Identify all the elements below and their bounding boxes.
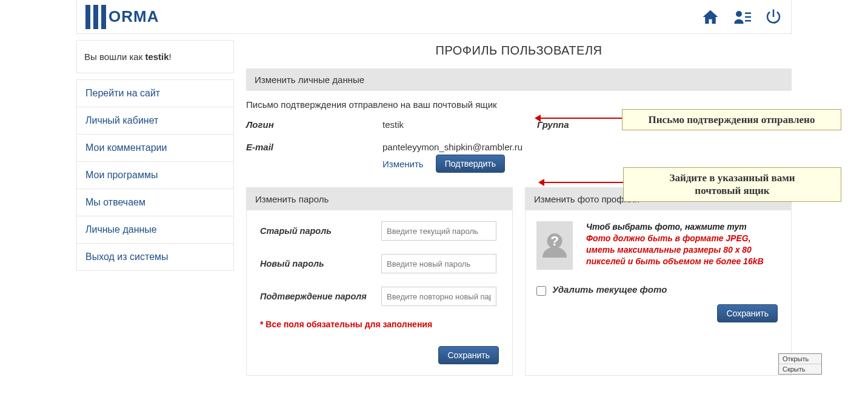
nav-item-comments[interactable]: Мои комментарии	[77, 135, 233, 162]
logo-text: ORMA	[109, 7, 159, 26]
annotation-callout-1: Письмо подтверждения отправлено	[622, 109, 841, 130]
new-password-label: Новый пароль	[260, 259, 381, 269]
new-password-input[interactable]	[381, 254, 496, 273]
login-suffix: !	[169, 52, 172, 62]
email-confirm-button[interactable]: Подтвердить	[436, 155, 505, 173]
annotation-2-line1: Зайдите в указанный вами	[669, 172, 795, 184]
logo[interactable]: ORMA	[85, 5, 159, 29]
popup-hide[interactable]: Скрыть	[779, 364, 821, 374]
confirm-password-label: Подтверждение пароля	[260, 292, 381, 301]
photo-warning: Фото должно быть в формате JPEG, иметь м…	[586, 233, 780, 267]
login-status: Вы вошли как testik!	[76, 40, 234, 73]
annotation-arrow-1-icon	[537, 118, 622, 119]
nav-item-personal[interactable]: Личные данные	[77, 216, 233, 244]
sidebar-nav: Перейти на сайт Личный кабинет Мои комме…	[76, 79, 234, 271]
nav-item-site[interactable]: Перейти на сайт	[77, 80, 233, 107]
home-icon[interactable]	[701, 8, 719, 26]
nav-item-answers[interactable]: Мы отвечаем	[77, 189, 233, 216]
email-change-link[interactable]: Изменить	[382, 159, 424, 169]
photo-save-button[interactable]: Сохранить	[717, 304, 778, 322]
user-menu-icon[interactable]	[733, 8, 751, 26]
power-icon[interactable]	[764, 8, 783, 26]
required-note: * Все поля обязательны для заполнения	[260, 319, 499, 329]
bottom-popup: Открыть Скрыть	[778, 353, 822, 375]
svg-text:?: ?	[550, 233, 559, 249]
annotation-callout-2: Зайдите в указанный вами почтовый ящик	[623, 167, 841, 202]
confirm-password-input[interactable]	[381, 287, 496, 306]
old-password-label: Старый пароль	[260, 226, 381, 236]
password-save-button[interactable]: Сохранить	[438, 346, 499, 364]
photo-hint[interactable]: Чтоб выбрать фото, нажмите тут	[586, 221, 780, 233]
delete-photo-label: Удалить текущее фото	[552, 284, 667, 295]
email-value: panteleyymon_shipkin@rambler.ru	[382, 142, 522, 152]
svg-rect-0	[745, 12, 751, 14]
annotation-arrow-2-icon	[541, 182, 623, 183]
nav-item-logout[interactable]: Выход из системы	[77, 244, 233, 270]
section-personal-header: Изменить личные данные	[246, 68, 792, 91]
nav-item-cabinet[interactable]: Личный кабинет	[77, 107, 233, 135]
svg-rect-1	[745, 16, 751, 18]
photo-card: Изменить фото профиля ? Чтоб выбрать фот…	[525, 187, 792, 376]
nav-item-programs[interactable]: Мои программы	[77, 162, 233, 189]
logo-bars-icon	[85, 5, 106, 29]
password-card: Изменить пароль Старый пароль Новый паро…	[246, 187, 513, 376]
svg-rect-2	[745, 20, 751, 22]
annotation-2-line2: почтовый ящик	[695, 185, 769, 196]
delete-photo-checkbox[interactable]	[536, 286, 546, 296]
section-password-header: Изменить пароль	[247, 188, 512, 210]
login-user: testik	[145, 52, 169, 62]
login-prefix: Вы вошли как	[84, 52, 145, 62]
old-password-input[interactable]	[381, 221, 496, 241]
email-label: E-mail	[246, 142, 382, 152]
login-value: testik	[382, 119, 537, 130]
avatar-placeholder-icon[interactable]: ?	[536, 221, 573, 270]
popup-open[interactable]: Открыть	[779, 354, 821, 364]
svg-rect-3	[773, 9, 775, 17]
login-label: Логин	[246, 119, 382, 130]
page-title: ПРОФИЛЬ ПОЛЬЗОВАТЕЛЯ	[246, 44, 792, 58]
header: ORMA	[76, 0, 792, 34]
